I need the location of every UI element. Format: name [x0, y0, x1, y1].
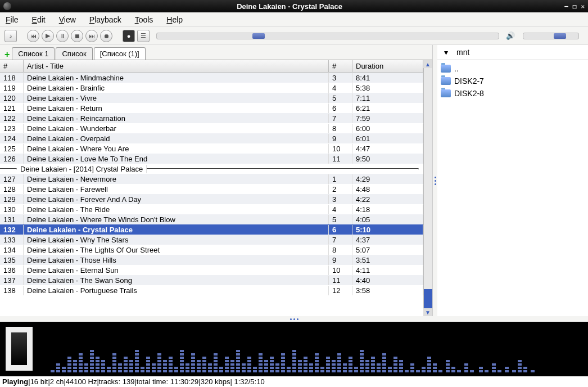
maximize-button[interactable]: □ [573, 3, 577, 10]
menu-view[interactable]: View [59, 15, 76, 24]
playlist-tab[interactable]: [Список (1)] [94, 47, 146, 60]
playlist-row[interactable]: 128Deine Lakaien - Farewell24:48 [0, 184, 423, 194]
close-button[interactable]: ✕ [581, 3, 585, 10]
file-item[interactable]: DISK2-8 [438, 87, 587, 100]
file-browser: ▾ mnt ..DISK2-7DISK2-8 [437, 45, 588, 316]
folder-icon [441, 89, 451, 97]
scroll-thumb[interactable] [424, 289, 432, 308]
next-button[interactable]: ⏭ [85, 30, 98, 42]
playlist-row[interactable]: 120Deine Lakaien - Vivre57:11 [0, 93, 423, 103]
playlist-row[interactable]: 138Deine Lakaien - Portuguese Trails123:… [0, 285, 423, 295]
menu-file[interactable]: File [6, 15, 19, 24]
col-artist-title[interactable]: Artist - Title [24, 60, 329, 72]
app-icon [3, 2, 11, 10]
horizontal-resize-handle[interactable] [0, 316, 588, 322]
col-track[interactable]: # [329, 60, 352, 72]
playlist-tab[interactable]: Список 1 [12, 47, 55, 60]
col-duration[interactable]: Duration [352, 60, 423, 72]
minimize-button[interactable]: — [564, 3, 568, 10]
playlist-row[interactable]: 127Deine Lakaien - Nevermore14:29 [0, 174, 423, 184]
playlist-row[interactable]: 135Deine Lakaien - Those Hills93:51 [0, 255, 423, 265]
vinyl-icon[interactable]: ● [123, 30, 135, 42]
pause-button[interactable]: ⏸ [56, 30, 69, 42]
playlist: # Artist - Title # Duration 118Deine Lak… [0, 60, 423, 316]
playlist-row[interactable]: 122Deine Lakaien - Reincarnation77:59 [0, 113, 423, 123]
dropdown-icon[interactable]: ▾ [442, 48, 450, 57]
pane-resize-handle[interactable] [433, 45, 437, 316]
volume-icon: 🔊 [506, 32, 516, 40]
playlist-row[interactable]: 133Deine Lakaien - Why The Stars74:37 [0, 235, 423, 245]
scroll-up-icon[interactable]: ▲ [423, 60, 432, 68]
visualizer [0, 322, 588, 376]
playlist-row[interactable]: 134Deine Lakaien - The Lights Of Our Str… [0, 245, 423, 255]
play-button[interactable]: ▶ [42, 30, 54, 42]
playlist-tabs: + Список 1Список[Список (1)] [0, 45, 432, 60]
file-item[interactable]: DISK2-7 [438, 75, 587, 87]
playlist-row[interactable]: 125Deine Lakaien - Where You Are104:47 [0, 143, 423, 154]
browser-path: mnt [456, 48, 469, 57]
add-tab-button[interactable]: + [2, 50, 12, 60]
playlist-row[interactable]: 118Deine Lakaien - Mindmachine38:41 [0, 73, 423, 83]
album-art [6, 327, 33, 371]
playlist-row[interactable]: 126Deine Lakaien - Love Me To The End119… [0, 154, 423, 164]
volume-slider[interactable] [523, 33, 579, 39]
playlist-row[interactable]: 131Deine Lakaien - Where The Winds Don't… [0, 214, 423, 224]
prev-button[interactable]: ⏮ [27, 30, 39, 42]
playlist-row[interactable]: 123Deine Lakaien - Wunderbar86:00 [0, 123, 423, 133]
playlist-row[interactable]: 124Deine Lakaien - Overpaid96:01 [0, 133, 423, 143]
album-divider: Deine Lakaien - [2014] Crystal Palace [0, 164, 423, 174]
volume-thumb[interactable] [554, 33, 566, 39]
status-details: |16 bit|2 ch|44100 Hz|tracks: 139|total … [28, 377, 264, 386]
seek-thumb[interactable] [252, 33, 265, 39]
menu-playback[interactable]: Playback [89, 15, 121, 24]
playlist-row[interactable]: 137Deine Lakaien - The Swan Song114:40 [0, 275, 423, 285]
playlist-row[interactable]: 136Deine Lakaien - Eternal Sun104:11 [0, 265, 423, 275]
playback-state: Playing [2, 377, 28, 386]
playlist-row[interactable]: 130Deine Lakaien - The Ride44:18 [0, 204, 423, 214]
seek-slider[interactable] [156, 33, 499, 39]
col-index[interactable]: # [0, 60, 24, 72]
playlist-row[interactable]: 119Deine Lakaien - Brainfic45:38 [0, 83, 423, 93]
file-item[interactable]: .. [438, 62, 587, 75]
menu-help[interactable]: Help [166, 15, 183, 24]
folder-icon [441, 65, 451, 73]
playlist-row[interactable]: 132Deine Lakaien - Crystal Palace65:10 [0, 224, 423, 235]
scroll-down-icon[interactable]: ▼ [423, 308, 432, 316]
music-note-icon[interactable]: ♪ [4, 30, 17, 42]
playlist-tab[interactable]: Список [56, 47, 92, 60]
window-title: Deine Lakaien - Crystal Palace [15, 2, 564, 11]
record-button[interactable]: ⏺ [100, 30, 112, 42]
folder-icon [441, 77, 451, 85]
playlist-scrollbar[interactable]: ▲ ▼ [423, 60, 432, 316]
playlist-header: # Artist - Title # Duration [0, 60, 423, 73]
titlebar: Deine Lakaien - Crystal Palace — □ ✕ [0, 0, 588, 12]
menu-tools[interactable]: Tools [135, 15, 153, 24]
playlist-row[interactable]: 121Deine Lakaien - Return66:21 [0, 103, 423, 113]
stop-button[interactable]: ⏹ [71, 30, 83, 42]
playlist-icon[interactable]: ☰ [137, 30, 150, 42]
menu-edit[interactable]: Edit [32, 15, 46, 24]
toolbar: ♪ ⏮ ▶ ⏸ ⏹ ⏭ ⏺ ● ☰ 🔊 [0, 27, 588, 45]
playlist-row[interactable]: 129Deine Lakaien - Forever And A Day34:2… [0, 194, 423, 204]
statusbar: Playing |16 bit|2 ch|44100 Hz|tracks: 13… [0, 376, 588, 387]
menubar: FileEditViewPlaybackToolsHelp [0, 12, 588, 27]
